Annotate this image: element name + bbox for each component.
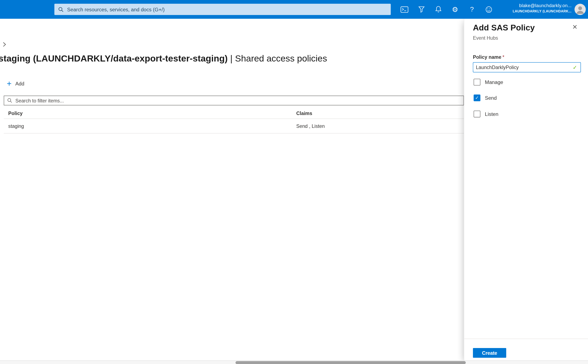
- checkbox-label: Send: [485, 95, 497, 101]
- scrollbar-thumb[interactable]: [236, 361, 466, 364]
- checkbox-box: ✓: [474, 79, 480, 85]
- checkmark-icon: ✓: [475, 95, 479, 101]
- avatar[interactable]: [575, 4, 586, 15]
- search-icon: [58, 6, 64, 12]
- add-button-label: Add: [15, 81, 24, 86]
- table-header-row: Policy Claims: [4, 108, 464, 119]
- plus-icon: +: [7, 79, 12, 88]
- table-row[interactable]: staging Send , Listen: [4, 119, 464, 134]
- create-button[interactable]: Create: [473, 348, 506, 358]
- help-glyph: ?: [470, 6, 474, 13]
- azure-portal-window: ⚙ ? blake@launchdarkly.on... LAUNCHDARKL…: [0, 0, 588, 364]
- gear-glyph: ⚙: [452, 6, 458, 13]
- account-email: blake@launchdarkly.on...: [513, 3, 571, 9]
- page-title-resource: staging (LAUNCHDARKLY/data-export-tester…: [0, 53, 228, 63]
- directory-filter-icon[interactable]: [413, 0, 430, 19]
- checkbox-label: Listen: [485, 111, 498, 117]
- close-icon[interactable]: ×: [570, 22, 580, 32]
- policy-name-input[interactable]: [473, 65, 573, 70]
- valid-check-icon: ✓: [573, 64, 577, 70]
- required-asterisk: *: [503, 54, 504, 60]
- add-button[interactable]: + Add: [7, 79, 24, 88]
- checkbox-send[interactable]: ✓ Send: [474, 94, 497, 101]
- panel-footer-divider: [464, 338, 588, 339]
- policies-table: Policy Claims staging Send , Listen: [4, 108, 464, 133]
- filter-input[interactable]: [15, 98, 460, 103]
- checkbox-listen[interactable]: ✓ Listen: [474, 111, 498, 117]
- feedback-smiley-icon[interactable]: [480, 0, 497, 19]
- notifications-bell-icon[interactable]: [430, 0, 446, 19]
- checkbox-label: Manage: [485, 79, 503, 85]
- add-sas-policy-panel: Add SAS Policy × Event Hubs Policy name*…: [464, 19, 588, 364]
- account-directory: LAUNCHDARKLY (LAUNCHDARK...: [513, 9, 571, 14]
- panel-title: Add SAS Policy: [473, 23, 535, 32]
- horizontal-scrollbar[interactable]: [0, 360, 588, 364]
- table-header-policy: Policy: [4, 110, 296, 116]
- page-title: staging (LAUNCHDARKLY/data-export-tester…: [0, 52, 327, 65]
- panel-subtitle: Event Hubs: [473, 35, 498, 41]
- global-search-input[interactable]: [67, 6, 387, 12]
- checkbox-box: ✓: [474, 94, 480, 101]
- policy-name-label-text: Policy name: [473, 54, 502, 60]
- page-title-divider: |: [228, 53, 235, 63]
- claims-cell: Send , Listen: [296, 123, 464, 129]
- topbar-icon-group: ⚙ ?: [396, 0, 497, 19]
- policy-cell: staging: [4, 123, 296, 129]
- account-menu[interactable]: blake@launchdarkly.on... LAUNCHDARKLY (L…: [513, 3, 571, 14]
- policy-name-label: Policy name*: [473, 54, 504, 60]
- azure-topbar: ⚙ ? blake@launchdarkly.on... LAUNCHDARKL…: [0, 0, 588, 19]
- main-content: staging (LAUNCHDARKLY/data-export-tester…: [0, 19, 464, 364]
- cloud-shell-icon[interactable]: [396, 0, 413, 19]
- checkbox-manage[interactable]: ✓ Manage: [474, 79, 503, 85]
- policy-name-field: ✓: [473, 62, 581, 72]
- global-search-box[interactable]: [54, 4, 391, 15]
- checkbox-box: ✓: [474, 111, 480, 117]
- filter-search-icon: [7, 98, 12, 103]
- table-header-claims: Claims: [296, 110, 464, 116]
- help-icon[interactable]: ?: [464, 0, 480, 19]
- settings-gear-icon[interactable]: ⚙: [447, 0, 464, 19]
- page-title-blade: Shared access policies: [235, 53, 327, 63]
- breadcrumb-chevron-icon[interactable]: [2, 42, 6, 47]
- filter-search-box[interactable]: [4, 96, 464, 105]
